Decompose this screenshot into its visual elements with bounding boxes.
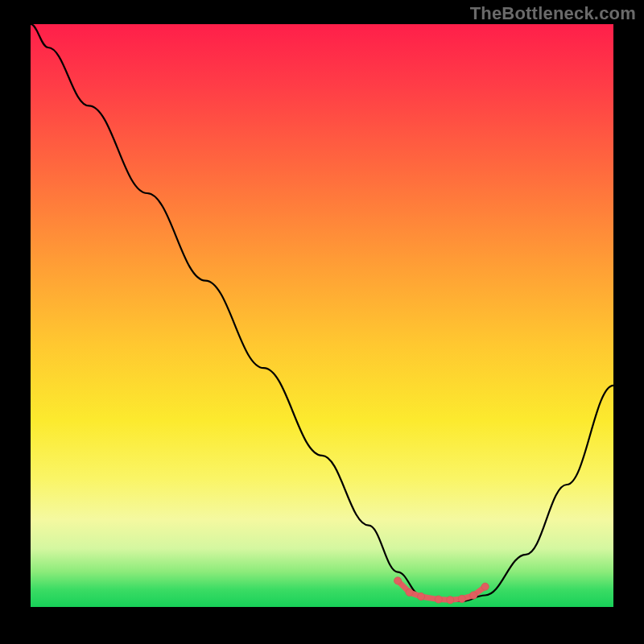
highlight-dot — [447, 597, 454, 604]
curve-layer — [31, 24, 613, 607]
bottleneck-curve — [31, 24, 613, 601]
gradient-plot-area — [31, 24, 613, 607]
highlight-dot — [458, 595, 465, 602]
watermark-text: TheBottleneck.com — [470, 3, 636, 24]
highlight-dot — [418, 593, 425, 601]
highlight-dot — [406, 588, 413, 596]
chart-frame: TheBottleneck.com — [0, 0, 644, 644]
highlight-dot — [481, 583, 489, 590]
highlight-dot — [470, 592, 477, 599]
highlight-dot — [435, 596, 442, 603]
highlight-dot — [394, 577, 402, 584]
